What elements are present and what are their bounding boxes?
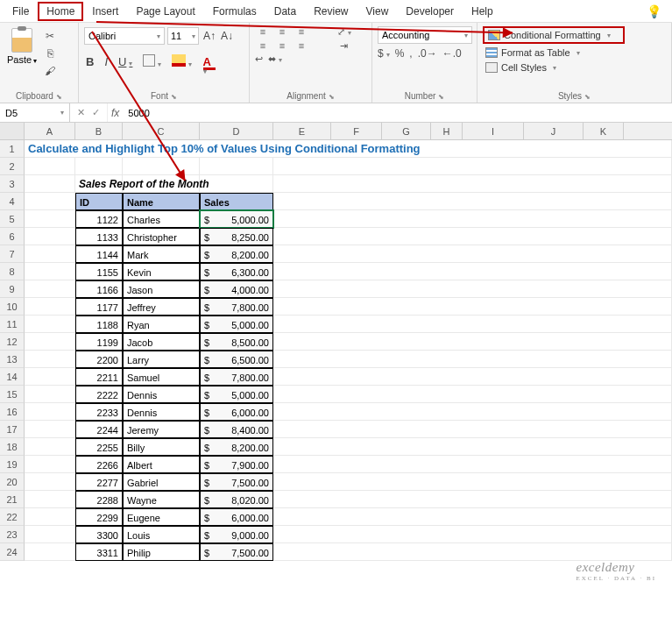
font-name-select[interactable]: Calibri: [84, 27, 165, 45]
cell-id[interactable]: 2255: [75, 438, 123, 456]
cell-id[interactable]: 2244: [75, 421, 123, 438]
row-header[interactable]: 3: [0, 175, 25, 193]
cell-sales[interactable]: $8,020.00: [200, 491, 273, 508]
align-right-button[interactable]: ≡: [294, 40, 309, 52]
row-header[interactable]: 5: [0, 210, 25, 228]
cell-name[interactable]: Ryan: [123, 316, 200, 333]
cell-id[interactable]: 1199: [75, 333, 123, 351]
cell-sales[interactable]: $6,300.00: [200, 263, 273, 280]
cell-sales[interactable]: $5,000.00: [200, 210, 273, 228]
cell-name[interactable]: Jacob: [123, 333, 200, 351]
menu-data[interactable]: Data: [265, 2, 305, 21]
cell-id[interactable]: 2288: [75, 491, 123, 508]
cell-sales[interactable]: $6,000.00: [200, 403, 273, 421]
cell-name[interactable]: Wayne: [123, 491, 200, 508]
format-painter-button[interactable]: 🖌: [40, 63, 60, 79]
cell-name[interactable]: Jeremy: [123, 421, 200, 438]
cell-name[interactable]: Charles: [123, 210, 200, 228]
cell-name[interactable]: Dennis: [123, 386, 200, 403]
col-header-D[interactable]: D: [200, 123, 273, 139]
align-center-button[interactable]: ≡: [274, 40, 290, 52]
increase-decimal-button[interactable]: .0→: [418, 47, 437, 60]
cell-id[interactable]: 1144: [75, 245, 123, 263]
menu-developer[interactable]: Developer: [397, 2, 463, 21]
paste-button[interactable]: Paste: [5, 26, 39, 81]
formula-input[interactable]: 5000: [123, 103, 154, 122]
cell-id[interactable]: 2222: [75, 386, 123, 403]
decrease-font-button[interactable]: A↓: [219, 30, 235, 42]
cut-button[interactable]: ✂: [40, 28, 60, 44]
font-size-select[interactable]: 11: [167, 27, 199, 45]
row-header[interactable]: 18: [0, 438, 25, 456]
row-header[interactable]: 17: [0, 421, 25, 438]
col-header-C[interactable]: C: [123, 123, 200, 139]
format-as-table-button[interactable]: Format as Table: [483, 46, 666, 59]
align-bottom-button[interactable]: ≡: [294, 26, 309, 38]
cell-id[interactable]: 3311: [75, 543, 123, 561]
cell-id[interactable]: 1155: [75, 263, 123, 280]
menu-view[interactable]: View: [357, 2, 398, 21]
cell-id[interactable]: 2299: [75, 508, 123, 526]
select-all-corner[interactable]: [0, 123, 25, 139]
row-header[interactable]: 11: [0, 316, 25, 333]
menu-file[interactable]: File: [4, 2, 38, 21]
cell-name[interactable]: Gabriel: [123, 473, 200, 491]
enter-formula-button[interactable]: ✓: [92, 107, 100, 118]
name-box[interactable]: D5: [0, 103, 70, 122]
indent-button[interactable]: ⇥: [322, 40, 366, 52]
cell-id[interactable]: 3300: [75, 526, 123, 543]
row-header[interactable]: 22: [0, 508, 25, 526]
cell-id[interactable]: 2211: [75, 368, 123, 386]
col-header-H[interactable]: H: [431, 123, 463, 139]
row-header[interactable]: 12: [0, 333, 25, 351]
row-header[interactable]: 9: [0, 280, 25, 298]
fill-color-button[interactable]: [170, 54, 194, 69]
border-button[interactable]: [141, 54, 163, 69]
row-header[interactable]: 21: [0, 491, 25, 508]
menu-insert[interactable]: Insert: [83, 2, 127, 21]
cell-title[interactable]: Calculate and Highlight Top 10% of Value…: [25, 140, 672, 158]
decrease-decimal-button[interactable]: ←.0: [442, 47, 462, 60]
header-name[interactable]: Name: [123, 193, 200, 210]
orientation-button[interactable]: ⤢: [322, 26, 366, 38]
col-header-B[interactable]: B: [75, 123, 123, 139]
menu-review[interactable]: Review: [305, 2, 357, 21]
align-left-button[interactable]: ≡: [255, 40, 271, 52]
cell-sales[interactable]: $9,000.00: [200, 526, 273, 543]
cell-id[interactable]: 2277: [75, 473, 123, 491]
cell-id[interactable]: 1177: [75, 298, 123, 316]
cell-name[interactable]: Kevin: [123, 263, 200, 280]
cell-id[interactable]: 1188: [75, 316, 123, 333]
cell-id[interactable]: 1166: [75, 280, 123, 298]
cancel-formula-button[interactable]: ✕: [77, 107, 85, 118]
row-header[interactable]: 7: [0, 245, 25, 263]
bold-button[interactable]: B: [84, 55, 95, 68]
align-middle-button[interactable]: ≡: [274, 26, 290, 38]
menu-page-layout[interactable]: Page Layout: [127, 2, 203, 21]
cell-name[interactable]: Mark: [123, 245, 200, 263]
row-header[interactable]: 10: [0, 298, 25, 316]
menu-formulas[interactable]: Formulas: [204, 2, 265, 21]
cell-name[interactable]: Albert: [123, 456, 200, 473]
cell-sales[interactable]: $5,000.00: [200, 386, 273, 403]
row-header[interactable]: 20: [0, 473, 25, 491]
cell-sales[interactable]: $7,800.00: [200, 298, 273, 316]
header-sales[interactable]: Sales: [200, 193, 273, 210]
percent-button[interactable]: %: [395, 47, 405, 60]
cell-subtitle[interactable]: Sales Report of the Month: [75, 175, 123, 193]
cell-sales[interactable]: $8,200.00: [200, 438, 273, 456]
cell-id[interactable]: 2200: [75, 351, 123, 368]
cell-name[interactable]: Samuel: [123, 368, 200, 386]
col-header-J[interactable]: J: [524, 123, 584, 139]
copy-button[interactable]: ⎘: [40, 46, 60, 61]
cell-id[interactable]: 2266: [75, 456, 123, 473]
align-top-button[interactable]: ≡: [255, 26, 271, 38]
row-header[interactable]: 8: [0, 263, 25, 280]
col-header-A[interactable]: A: [25, 123, 75, 139]
cell-sales[interactable]: $8,200.00: [200, 245, 273, 263]
cell-sales[interactable]: $8,250.00: [200, 228, 273, 245]
cell-sales[interactable]: $7,900.00: [200, 456, 273, 473]
cell-sales[interactable]: $7,500.00: [200, 543, 273, 561]
cell-sales[interactable]: $5,000.00: [200, 316, 273, 333]
cell-name[interactable]: Jeffrey: [123, 298, 200, 316]
